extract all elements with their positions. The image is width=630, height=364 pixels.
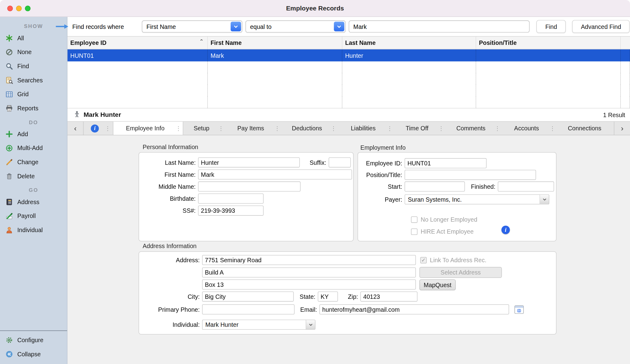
- cell-first-name: Mark: [208, 49, 342, 61]
- table-row-empty: [67, 96, 630, 108]
- ssn-input[interactable]: [198, 206, 264, 216]
- position-title-input[interactable]: [405, 170, 536, 180]
- sidebar-item-individual[interactable]: Individual: [0, 223, 67, 237]
- table-row-selected[interactable]: HUNT01 Mark Hunter: [67, 49, 630, 61]
- sidebar-item-searches[interactable]: Searches: [0, 73, 67, 87]
- email-input[interactable]: [319, 304, 509, 315]
- sort-ascending-icon: ˆ: [200, 40, 202, 45]
- primary-phone-input[interactable]: [202, 304, 294, 315]
- finished-label: Finished:: [465, 183, 498, 190]
- tab-liabilities[interactable]: Liabilities ⋮: [338, 122, 394, 135]
- info-icon[interactable]: i: [91, 124, 99, 132]
- sidebar-item-add[interactable]: Add: [0, 127, 67, 141]
- find-field-select[interactable]: First Name: [142, 21, 243, 33]
- tab-grip-handle[interactable]: ⋮: [495, 125, 500, 132]
- employee-id-input[interactable]: [405, 158, 486, 168]
- sidebar-item-label: Multi-Add: [17, 144, 43, 151]
- tab-grip-handle[interactable]: ⋮: [218, 125, 223, 132]
- hire-act-info-icon[interactable]: i: [501, 226, 510, 234]
- column-header-last-name[interactable]: Last Name: [342, 37, 476, 49]
- tab-accounts[interactable]: Accounts ⋮: [502, 122, 557, 135]
- table-row-empty: [67, 61, 630, 73]
- sidebar-item-address[interactable]: Address: [0, 195, 67, 209]
- tab-grip-handle[interactable]: ⋮: [438, 125, 443, 132]
- sidebar-item-find[interactable]: Find: [0, 59, 67, 73]
- sidebar-item-label: Change: [17, 159, 38, 165]
- tab-grip-handle[interactable]: ⋮: [331, 125, 336, 132]
- suffix-input[interactable]: [329, 157, 351, 168]
- address-line1-input[interactable]: [202, 255, 416, 265]
- tab-employee-info[interactable]: Employee Info ⋮: [113, 122, 183, 135]
- tab-grip-handle[interactable]: ⋮: [274, 125, 279, 132]
- chevron-down-icon: [231, 22, 241, 31]
- results-table: Employee ID ˆ First Name Last Name Posit…: [67, 36, 630, 109]
- tab-comments[interactable]: Comments ⋮: [445, 122, 502, 135]
- employee-id-label: Employee ID:: [360, 160, 405, 167]
- sidebar-item-change[interactable]: Change: [0, 155, 67, 169]
- primary-phone-label: Primary Phone:: [141, 306, 202, 313]
- finished-date-input[interactable]: [498, 181, 554, 192]
- tab-connections[interactable]: Connections: [557, 122, 613, 135]
- first-name-label: First Name:: [141, 171, 198, 178]
- web-page-icon[interactable]: [514, 305, 524, 314]
- select-address-button: Select Address: [420, 267, 502, 278]
- state-input[interactable]: [318, 291, 338, 302]
- first-name-input[interactable]: [198, 169, 352, 180]
- zip-label: Zip:: [338, 293, 360, 300]
- record-summary-bar: Mark Hunter 1 Result: [67, 109, 630, 122]
- zoom-button[interactable]: [25, 6, 30, 11]
- address-line2-input[interactable]: [202, 267, 416, 278]
- individual-select[interactable]: Mark Hunter: [202, 320, 315, 330]
- sidebar-item-configure[interactable]: Configure: [0, 333, 67, 347]
- column-header-first-name[interactable]: First Name: [208, 37, 342, 49]
- start-label: Start:: [360, 183, 405, 190]
- zip-input[interactable]: [361, 291, 417, 302]
- app-window-scale-root: Employee Records SHOW All None Find Sear…: [0, 0, 630, 364]
- last-name-input[interactable]: [198, 157, 300, 168]
- chevron-down-icon: [334, 22, 345, 31]
- ssn-label: SS#:: [141, 207, 198, 214]
- tabs-scroll-right-button[interactable]: ›: [614, 122, 630, 135]
- sidebar-item-reports[interactable]: Reports: [0, 101, 67, 115]
- payer-label: Payer:: [360, 196, 405, 203]
- cell-last-name: Hunter: [342, 49, 476, 61]
- tab-setup[interactable]: Setup ⋮: [183, 122, 225, 135]
- column-header-employee-id[interactable]: Employee ID ˆ: [67, 37, 208, 49]
- minimize-button[interactable]: [16, 6, 22, 11]
- find-operator-select[interactable]: equal to: [246, 21, 346, 33]
- sidebar-item-collapse[interactable]: Collapse: [0, 347, 67, 361]
- advanced-find-button[interactable]: Advanced Find: [572, 20, 630, 33]
- sidebar-item-none[interactable]: None: [0, 45, 67, 59]
- city-input[interactable]: [202, 291, 294, 302]
- sidebar-item-grid[interactable]: Grid: [0, 87, 67, 101]
- tab-time-off[interactable]: Time Off ⋮: [394, 122, 445, 135]
- tab-pay-items[interactable]: Pay Items ⋮: [225, 122, 282, 135]
- payer-select[interactable]: Suran Systems, Inc.: [405, 194, 549, 204]
- tab-grip-handle[interactable]: ⋮: [550, 125, 555, 132]
- tab-info-segment[interactable]: i ⋮: [84, 122, 113, 135]
- tab-grip-handle[interactable]: ⋮: [176, 125, 181, 132]
- personal-information-title: Personal Information: [143, 143, 198, 150]
- middle-name-input[interactable]: [198, 181, 301, 192]
- find-button[interactable]: Find: [536, 20, 566, 33]
- find-value-input[interactable]: [349, 21, 530, 33]
- column-header-position-title[interactable]: Position/Title: [476, 37, 621, 49]
- tab-deductions[interactable]: Deductions ⋮: [282, 122, 338, 135]
- address-book-icon: [5, 198, 13, 206]
- table-header-row: Employee ID ˆ First Name Last Name Posit…: [67, 37, 630, 49]
- sidebar-item-all[interactable]: All: [0, 31, 67, 45]
- sidebar-item-multi-add[interactable]: Multi-Add: [0, 141, 67, 155]
- start-date-input[interactable]: [405, 181, 465, 192]
- chevron-down-icon: [306, 320, 315, 329]
- tabs-scroll-left-button[interactable]: ‹: [67, 122, 83, 135]
- sidebar-item-delete[interactable]: Delete: [0, 169, 67, 183]
- address-line3-input[interactable]: [202, 279, 416, 290]
- birthdate-input[interactable]: [198, 194, 264, 204]
- mapquest-button[interactable]: MapQuest: [420, 279, 456, 290]
- employee-records-window: Employee Records SHOW All None Find Sear…: [0, 0, 630, 364]
- tab-grip-handle[interactable]: ⋮: [105, 125, 110, 132]
- tab-grip-handle[interactable]: ⋮: [387, 125, 392, 132]
- sidebar-item-payroll[interactable]: Payroll: [0, 209, 67, 223]
- close-button[interactable]: [7, 6, 13, 11]
- gear-icon: [5, 336, 13, 344]
